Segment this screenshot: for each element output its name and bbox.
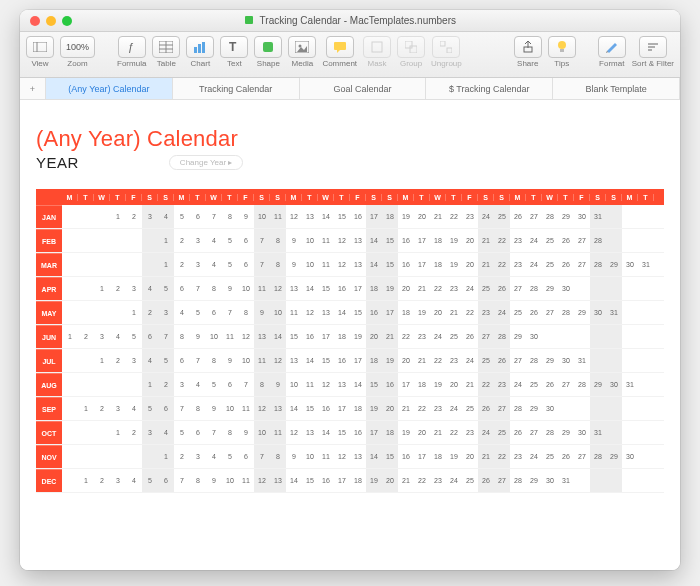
day-cell[interactable]: 7	[238, 373, 254, 396]
day-cell[interactable]: 16	[398, 253, 414, 276]
day-cell[interactable]: 3	[142, 205, 158, 228]
day-cell[interactable]: 15	[382, 229, 398, 252]
day-cell[interactable]: 28	[574, 373, 590, 396]
day-cell[interactable]: 14	[350, 373, 366, 396]
day-cell[interactable]: 12	[334, 253, 350, 276]
day-cell[interactable]	[622, 229, 638, 252]
day-cell[interactable]	[606, 469, 622, 492]
day-cell[interactable]: 17	[414, 229, 430, 252]
day-cell[interactable]	[78, 421, 94, 444]
day-cell[interactable]: 8	[206, 349, 222, 372]
day-cell[interactable]	[590, 397, 606, 420]
day-cell[interactable]: 13	[270, 469, 286, 492]
day-cell[interactable]: 24	[446, 397, 462, 420]
day-cell[interactable]	[622, 469, 638, 492]
media-button[interactable]	[288, 36, 316, 58]
day-cell[interactable]	[590, 349, 606, 372]
day-cell[interactable]: 9	[222, 277, 238, 300]
sheet-tab[interactable]: (Any Year) Calendar	[46, 78, 173, 99]
day-cell[interactable]: 23	[430, 469, 446, 492]
day-cell[interactable]: 25	[542, 253, 558, 276]
day-cell[interactable]	[606, 397, 622, 420]
day-cell[interactable]	[94, 229, 110, 252]
day-cell[interactable]: 9	[254, 301, 270, 324]
day-cell[interactable]	[606, 325, 622, 348]
day-cell[interactable]: 14	[270, 325, 286, 348]
day-cell[interactable]	[62, 445, 78, 468]
day-cell[interactable]: 7	[158, 325, 174, 348]
day-cell[interactable]	[126, 373, 142, 396]
day-cell[interactable]: 20	[366, 325, 382, 348]
day-cell[interactable]: 9	[238, 205, 254, 228]
day-cell[interactable]: 25	[478, 349, 494, 372]
day-cell[interactable]: 6	[142, 325, 158, 348]
day-cell[interactable]: 10	[238, 349, 254, 372]
day-cell[interactable]: 31	[574, 349, 590, 372]
day-cell[interactable]: 18	[430, 253, 446, 276]
day-cell[interactable]: 27	[574, 445, 590, 468]
day-cell[interactable]: 10	[254, 421, 270, 444]
day-cell[interactable]: 19	[382, 349, 398, 372]
day-cell[interactable]: 21	[414, 349, 430, 372]
day-cell[interactable]: 15	[382, 445, 398, 468]
day-cell[interactable]: 22	[414, 397, 430, 420]
day-cell[interactable]: 23	[430, 397, 446, 420]
day-cell[interactable]: 17	[318, 325, 334, 348]
sheet-tab[interactable]: Tracking Calendar	[173, 78, 300, 99]
day-cell[interactable]: 23	[494, 373, 510, 396]
day-cell[interactable]: 4	[190, 373, 206, 396]
view-button[interactable]	[26, 36, 54, 58]
day-cell[interactable]: 2	[158, 373, 174, 396]
day-cell[interactable]: 29	[558, 205, 574, 228]
day-cell[interactable]: 12	[286, 205, 302, 228]
day-cell[interactable]	[622, 397, 638, 420]
minimize-icon[interactable]	[46, 16, 56, 26]
day-cell[interactable]: 6	[190, 205, 206, 228]
day-cell[interactable]: 29	[542, 349, 558, 372]
day-cell[interactable]: 23	[478, 301, 494, 324]
day-cell[interactable]: 9	[190, 325, 206, 348]
day-cell[interactable]: 14	[366, 229, 382, 252]
day-cell[interactable]: 6	[158, 397, 174, 420]
day-cell[interactable]: 14	[318, 421, 334, 444]
day-cell[interactable]: 22	[430, 349, 446, 372]
day-cell[interactable]: 22	[494, 253, 510, 276]
day-cell[interactable]: 13	[350, 445, 366, 468]
day-cell[interactable]: 17	[366, 205, 382, 228]
day-cell[interactable]: 30	[622, 253, 638, 276]
day-cell[interactable]: 20	[398, 277, 414, 300]
day-cell[interactable]	[62, 421, 78, 444]
day-cell[interactable]: 25	[446, 325, 462, 348]
day-cell[interactable]	[574, 277, 590, 300]
day-cell[interactable]: 29	[574, 301, 590, 324]
day-cell[interactable]: 20	[430, 301, 446, 324]
day-cell[interactable]: 17	[414, 253, 430, 276]
day-cell[interactable]: 15	[318, 349, 334, 372]
day-cell[interactable]: 12	[254, 397, 270, 420]
day-cell[interactable]: 19	[430, 373, 446, 396]
day-cell[interactable]: 19	[446, 445, 462, 468]
day-cell[interactable]: 1	[110, 205, 126, 228]
day-cell[interactable]: 21	[446, 301, 462, 324]
day-cell[interactable]	[110, 445, 126, 468]
formula-button[interactable]: ƒ	[118, 36, 146, 58]
day-cell[interactable]: 19	[382, 277, 398, 300]
day-cell[interactable]: 5	[222, 445, 238, 468]
day-cell[interactable]	[78, 445, 94, 468]
day-cell[interactable]	[638, 397, 654, 420]
day-cell[interactable]: 15	[302, 469, 318, 492]
day-cell[interactable]: 23	[462, 205, 478, 228]
day-cell[interactable]: 3	[110, 397, 126, 420]
day-cell[interactable]: 6	[238, 445, 254, 468]
day-cell[interactable]: 15	[334, 205, 350, 228]
day-cell[interactable]: 1	[126, 301, 142, 324]
day-cell[interactable]: 6	[222, 373, 238, 396]
day-cell[interactable]: 12	[334, 445, 350, 468]
day-cell[interactable]: 14	[366, 253, 382, 276]
day-cell[interactable]: 4	[142, 349, 158, 372]
day-cell[interactable]: 5	[174, 205, 190, 228]
day-cell[interactable]	[78, 229, 94, 252]
day-cell[interactable]: 17	[334, 397, 350, 420]
day-cell[interactable]: 7	[254, 445, 270, 468]
day-cell[interactable]: 2	[174, 445, 190, 468]
